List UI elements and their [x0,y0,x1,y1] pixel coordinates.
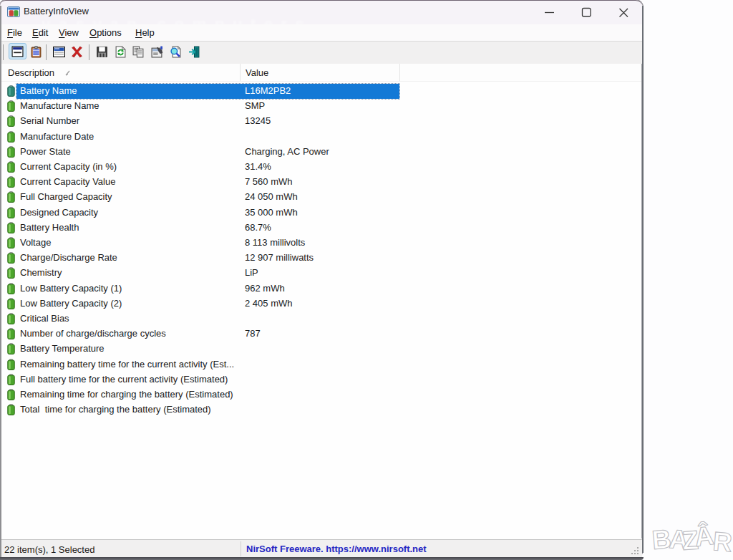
svg-text:R: R [712,526,732,557]
